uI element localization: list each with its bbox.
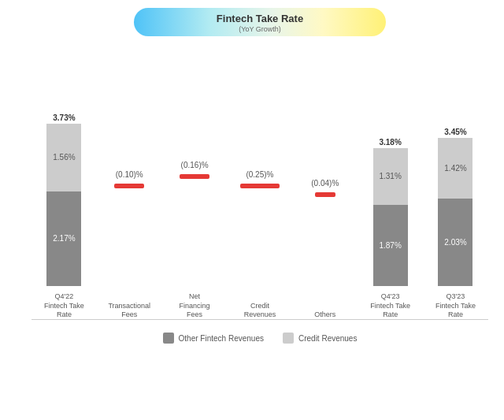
bar-label-q4-22: Q4'22 Fintech Take Rate bbox=[40, 292, 87, 320]
bar-group-q3-23: 3.45% 1.42% 2.03% Q3'23 Fintech Take Rat… bbox=[432, 52, 479, 320]
wf-value-credit-rev: (0.25)% bbox=[246, 170, 273, 179]
legend-swatch-other bbox=[163, 333, 174, 344]
bar-label-transactional: Transactional Fees bbox=[106, 302, 153, 320]
bar-mid-value-q4-23: 1.31% bbox=[379, 172, 401, 180]
bar-label-credit-rev: Credit Revenues bbox=[236, 302, 284, 320]
chart-subtitle: (YoY Growth) bbox=[150, 25, 370, 33]
bar-label-others: Others bbox=[302, 310, 349, 320]
bar-group-credit-rev: (0.25)% Credit Revenues bbox=[236, 52, 284, 320]
legend-label-other: Other Fintech Revenues bbox=[179, 334, 264, 343]
chart-area: 3.73% 1.56% 2.17% Q4'22 Fintech Take Rat… bbox=[32, 52, 488, 320]
wf-value-net-financing: (0.16)% bbox=[181, 161, 209, 169]
wf-value-transactional: (0.10)% bbox=[116, 170, 143, 179]
bar-label-q3-23: Q3'23 Fintech Take Rate bbox=[432, 292, 479, 320]
bar-bot-value-q4-23: 1.87% bbox=[379, 241, 401, 250]
bar-bot-value-q3-23: 2.03% bbox=[444, 238, 466, 247]
bar-group-transactional: (0.10)% Transactional Fees bbox=[106, 52, 153, 320]
chart-title: Fintech Take Rate bbox=[150, 13, 370, 24]
bar-mid-value-q4-22: 1.56% bbox=[53, 153, 75, 162]
legend-item-other: Other Fintech Revenues bbox=[163, 333, 264, 344]
red-bar-net-financing bbox=[180, 174, 209, 179]
red-bar-transactional bbox=[114, 184, 144, 188]
bar-top-value-q3-23: 3.45% bbox=[444, 128, 466, 136]
header-pill: Fintech Take Rate (YoY Growth) bbox=[134, 8, 386, 36]
bar-group-q4-23: 3.18% 1.31% 1.87% Q4'23 Fintech Take Rat… bbox=[367, 52, 414, 320]
bar-mid-value-q3-23: 1.42% bbox=[444, 164, 466, 173]
chart-container: Fintech Take Rate (YoY Growth) 3.73% 1.5… bbox=[0, 0, 504, 420]
bar-label-net-financing: Net Financing Fees bbox=[171, 292, 218, 320]
bar-light-q3-23: 1.42% bbox=[438, 138, 472, 199]
bar-top-value-q4-23: 3.18% bbox=[379, 138, 401, 147]
bar-group-q4-22: 3.73% 1.56% 2.17% Q4'22 Fintech Take Rat… bbox=[40, 52, 87, 320]
wf-value-others: (0.04)% bbox=[311, 179, 339, 188]
red-bar-credit-rev bbox=[240, 184, 280, 188]
bar-top-value-q4-22: 3.73% bbox=[53, 113, 75, 122]
bar-dark-q3-23: 2.03% bbox=[438, 199, 472, 286]
legend-label-credit: Credit Revenues bbox=[298, 334, 357, 343]
red-bar-others bbox=[315, 192, 335, 197]
bar-label-q4-23: Q4'23 Fintech Take Rate bbox=[367, 292, 414, 320]
bar-bot-value-q4-22: 2.17% bbox=[53, 234, 75, 243]
legend-item-credit: Credit Revenues bbox=[283, 333, 357, 344]
bar-dark-q4-22: 2.17% bbox=[46, 191, 81, 286]
bar-group-net-financing: (0.16)% Net Financing Fees bbox=[171, 52, 218, 320]
legend: Other Fintech Revenues Credit Revenues bbox=[32, 333, 488, 344]
bar-dark-q4-23: 1.87% bbox=[373, 205, 408, 286]
bar-light-q4-22: 1.56% bbox=[46, 124, 81, 191]
legend-swatch-credit bbox=[283, 333, 294, 344]
chart-wrapper: 3.73% 1.56% 2.17% Q4'22 Fintech Take Rat… bbox=[32, 52, 488, 320]
bar-group-others: (0.04)% Others bbox=[302, 52, 349, 320]
bar-light-q4-23: 1.31% bbox=[373, 148, 408, 205]
